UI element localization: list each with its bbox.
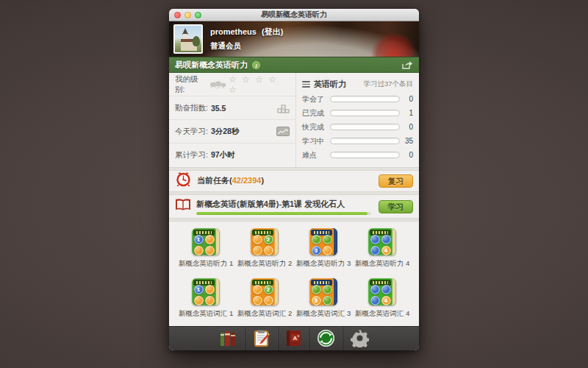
app-number-dot: 2	[264, 235, 273, 244]
total-label: 累计学习:	[175, 150, 208, 160]
app-dot	[323, 246, 332, 255]
list-menu-icon[interactable]	[302, 81, 310, 88]
app-dot	[370, 285, 380, 294]
app-vocab-3[interactable]: 3 新概念英语词汇 3	[294, 276, 353, 326]
app-dot	[253, 296, 262, 305]
app-dot	[381, 285, 391, 294]
diligence-label: 勤奋指数:	[175, 103, 208, 113]
progress-label: 学习中	[302, 136, 330, 146]
progress-value: 0	[400, 151, 413, 159]
app-label: 新概念英语听力 2	[237, 259, 292, 269]
app-dot	[381, 235, 391, 244]
app-number-dot: 4	[381, 246, 391, 255]
app-label: 新概念英语听力 3	[296, 259, 351, 269]
zoom-button[interactable]	[195, 12, 201, 18]
app-icon: 4	[368, 278, 396, 305]
app-icon: 1	[192, 228, 220, 255]
wordbooks-icon[interactable]	[212, 327, 245, 350]
level-row: 我的级别: ☆ ☆ ☆ ☆ ☆	[169, 73, 295, 96]
app-label: 新概念英语词汇 3	[296, 309, 351, 319]
app-label: 新概念英语词汇 4	[355, 309, 409, 319]
app-number-dot: 3	[312, 296, 321, 305]
close-button[interactable]	[174, 12, 181, 18]
progress-label: 学会了	[302, 94, 330, 105]
app-grid: 1 新概念英语听力 1 2 新概念英语听力 2 3 新概念英语听力 3 4 新概…	[169, 222, 419, 326]
settings-gear-icon[interactable]	[343, 327, 376, 350]
level-animal-icon	[209, 79, 227, 89]
profile-banner: prometheus (登出) 普通会员	[169, 21, 419, 57]
sync-icon[interactable]	[309, 327, 343, 350]
task-prefix: 当前任务(	[197, 176, 232, 185]
minimize-button[interactable]	[184, 12, 191, 18]
total-row: 累计学习: 97小时	[169, 144, 295, 167]
window-title: 易呗新概念英语听力	[169, 10, 419, 20]
today-row: 今天学习: 3分28秒	[169, 120, 295, 144]
username: prometheus	[210, 27, 257, 36]
progress-bar	[330, 96, 400, 102]
progress-row-learned: 学会了 0	[302, 92, 413, 106]
share-icon[interactable]	[401, 60, 413, 70]
app-listening-3[interactable]: 3 新概念英语听力 3	[294, 226, 353, 276]
study-button[interactable]: 学习	[379, 200, 413, 213]
info-icon[interactable]: i	[252, 61, 260, 69]
app-header-title: 易呗新概念英语听力	[175, 60, 248, 71]
app-vocab-2[interactable]: 2 新概念英语词汇 2	[235, 276, 294, 326]
svg-text:1: 1	[282, 106, 285, 110]
app-label: 新概念英语词汇 2	[237, 309, 292, 319]
app-label: 新概念英语听力 1	[179, 259, 233, 269]
progress-row-difficult: 难点 0	[302, 148, 413, 162]
app-listening-4[interactable]: 4 新概念英语听力 4	[353, 226, 412, 276]
chart-thumbnail-icon[interactable]	[276, 127, 290, 136]
app-dot	[253, 235, 262, 244]
app-icon: 2	[251, 278, 279, 305]
stats-section: 我的级别: ☆ ☆ ☆ ☆ ☆ 勤奋指数: 35.5	[169, 73, 419, 167]
listening-title: 英语听力	[314, 79, 346, 90]
progress-value: 1	[400, 109, 413, 117]
app-dot	[370, 246, 380, 255]
app-dot	[312, 235, 321, 244]
app-icon: 3	[309, 228, 337, 255]
app-dot	[194, 296, 204, 305]
lesson-title: 新概念英语(新版第4册)-第1课 发现化石人	[196, 199, 371, 210]
notes-icon[interactable]	[245, 327, 278, 350]
progress-row-learning: 学习中 35	[302, 134, 413, 148]
app-dot	[323, 296, 332, 305]
total-value: 97小时	[211, 150, 235, 160]
app-window: 易呗新概念英语听力 prometheus (登出) 普通会员 易呗新概念英语听力…	[169, 9, 419, 350]
bottom-toolbar: A B	[169, 326, 419, 350]
ranking-podium-icon[interactable]: 1	[277, 103, 290, 113]
app-label: 新概念英语词汇 1	[179, 309, 233, 319]
app-label: 新概念英语听力 4	[355, 259, 409, 269]
app-icon: 4	[368, 228, 396, 255]
progress-label: 难点	[302, 150, 330, 160]
progress-label: 已完成	[302, 108, 330, 118]
progress-value: 0	[400, 95, 413, 103]
task-suffix: )	[261, 176, 264, 185]
diligence-row: 勤奋指数: 35.5 1	[169, 96, 295, 120]
app-dot	[323, 235, 332, 244]
open-book-icon	[175, 198, 191, 215]
app-dot	[205, 296, 215, 305]
app-listening-1[interactable]: 1 新概念英语听力 1	[176, 226, 235, 276]
app-dot	[194, 246, 204, 255]
diligence-value: 35.5	[211, 104, 226, 113]
progress-bar	[330, 138, 400, 144]
listening-summary: 学习过37个条目	[363, 79, 413, 89]
app-dot	[312, 285, 321, 294]
app-vocab-1[interactable]: 1 新概念英语词汇 1	[176, 276, 235, 326]
titlebar: 易呗新概念英语听力	[169, 9, 419, 21]
app-dot	[370, 296, 380, 305]
svg-text:B: B	[298, 334, 300, 338]
app-listening-2[interactable]: 2 新概念英语听力 2	[235, 226, 294, 276]
dictionary-icon[interactable]: A B	[278, 327, 309, 350]
membership-label: 普通会员	[210, 41, 283, 52]
logout-link[interactable]: (登出)	[262, 27, 283, 36]
progress-value: 0	[400, 123, 413, 131]
app-vocab-4[interactable]: 4 新概念英语词汇 4	[353, 276, 412, 326]
review-button[interactable]: 复习	[379, 174, 413, 188]
app-dot	[264, 296, 273, 305]
app-dot	[323, 285, 332, 294]
avatar[interactable]	[173, 24, 203, 54]
current-task-row: 当前任务(42/2394) 复习	[169, 171, 419, 191]
app-dot	[205, 285, 215, 294]
